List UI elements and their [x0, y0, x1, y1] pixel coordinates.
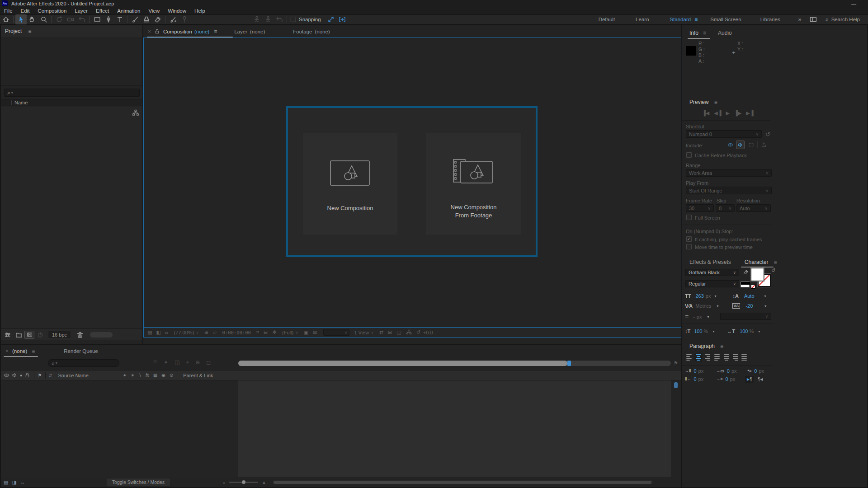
- character-menu-icon[interactable]: ≡: [774, 259, 777, 265]
- shape-tool[interactable]: [91, 14, 103, 24]
- swap-fill-stroke-icon[interactable]: ↺: [771, 267, 775, 273]
- comp-flowchart-icon[interactable]: [406, 329, 412, 335]
- camera-tool[interactable]: [65, 14, 76, 24]
- stroke-width-caret-icon[interactable]: ▾: [707, 315, 709, 319]
- toggle-switches-modes-button[interactable]: Toggle Switches / Modes: [107, 479, 170, 486]
- mask-visibility-icon[interactable]: ▱: [213, 329, 217, 335]
- paragraph-menu-icon[interactable]: ≡: [720, 343, 723, 349]
- timeline-vertical-scrollbar[interactable]: [671, 380, 681, 477]
- new-composition-from-footage-card[interactable]: New Composition From Footage: [426, 133, 521, 235]
- timeline-navigator-handle[interactable]: [567, 361, 571, 366]
- workspace-libraries[interactable]: Libraries: [760, 17, 780, 22]
- fill-color-swatch[interactable]: [751, 268, 764, 281]
- reset-shortcut-icon[interactable]: ↺: [765, 131, 770, 138]
- align-right-button[interactable]: [703, 353, 711, 361]
- zoom-in-mountain-icon[interactable]: ▲: [262, 480, 266, 485]
- view-layout-dropdown[interactable]: ∨: [323, 329, 349, 336]
- stroke-style-dropdown[interactable]: ∨: [720, 313, 771, 320]
- menu-window[interactable]: Window: [164, 7, 190, 14]
- menu-animation[interactable]: Animation: [113, 7, 144, 14]
- workspace-standard-menu-icon[interactable]: ≡: [694, 16, 698, 23]
- expand-transfer-controls-icon[interactable]: ◨: [12, 479, 16, 485]
- text-direction-rtl-button[interactable]: ¶ ◀: [756, 376, 764, 383]
- tab-render-queue[interactable]: Render Queue: [64, 348, 98, 354]
- expand-layer-switches-icon[interactable]: ▤: [4, 479, 8, 485]
- search-help-label[interactable]: Search Help: [831, 17, 860, 22]
- primary-viewer-icon[interactable]: ◧: [156, 329, 160, 335]
- snap-features-icon[interactable]: [337, 14, 348, 24]
- tab-layer[interactable]: Layer (none): [234, 29, 265, 34]
- full-screen-checkbox[interactable]: [686, 215, 692, 220]
- tab-info[interactable]: Info: [689, 30, 698, 36]
- project-item-list[interactable]: [1, 107, 142, 328]
- no-fill-small-swatch[interactable]: [751, 284, 755, 289]
- play-button[interactable]: ▶: [726, 110, 730, 116]
- workspace-standard[interactable]: Standard: [670, 17, 691, 22]
- pan-behind-tool[interactable]: [76, 14, 87, 24]
- indent-left-value[interactable]: 0: [693, 368, 696, 374]
- grid-guides-icon[interactable]: ⊞: [204, 329, 208, 335]
- timeline-navigator-track[interactable]: [238, 361, 671, 366]
- snapshot-icon[interactable]: ⌗: [256, 329, 259, 335]
- workspace-small-screen[interactable]: Small Screen: [710, 17, 741, 22]
- project-flowchart-icon[interactable]: [132, 109, 139, 117]
- lock-icon[interactable]: [154, 28, 160, 34]
- new-folder-icon[interactable]: [13, 330, 24, 340]
- shortcut-dropdown[interactable]: Numpad 0 ∨: [686, 130, 762, 138]
- include-video-icon[interactable]: [727, 142, 733, 148]
- resolution-chevron-icon[interactable]: ∨: [295, 330, 298, 335]
- close-tab-icon[interactable]: ×: [5, 348, 9, 354]
- range-dropdown[interactable]: Work Area ∨: [686, 169, 772, 177]
- vertical-scale-caret-icon[interactable]: ▾: [712, 329, 714, 333]
- new-composition-card[interactable]: New Composition: [303, 133, 397, 235]
- clone-stamp-tool[interactable]: [141, 14, 152, 24]
- tab-none-menu-icon[interactable]: ≡: [32, 348, 35, 354]
- vertical-scrollbar-thumb[interactable]: [674, 382, 678, 388]
- play-from-dropdown[interactable]: Start Of Range ∨: [686, 187, 772, 194]
- tab-composition[interactable]: × Composition (none) ≡: [148, 28, 217, 35]
- resolution-value[interactable]: (Full): [282, 330, 293, 335]
- first-line-indent-value[interactable]: 0: [754, 368, 757, 374]
- stroke-width-value[interactable]: -: [693, 314, 695, 319]
- view-count-chevron-icon[interactable]: ∨: [371, 330, 374, 335]
- kerning-caret-icon[interactable]: ▾: [717, 304, 719, 308]
- roto-brush-tool[interactable]: [167, 14, 179, 24]
- timeline-zoom-slider[interactable]: [229, 482, 258, 483]
- delete-icon[interactable]: [74, 330, 85, 340]
- tab-footage[interactable]: Footage (none): [293, 29, 330, 34]
- info-menu-icon[interactable]: ≡: [703, 30, 706, 36]
- region-of-interest-icon[interactable]: ▣: [304, 329, 308, 335]
- timeline-track-area[interactable]: [238, 380, 671, 477]
- include-audio-button[interactable]: [736, 141, 745, 149]
- timeline-layer-area[interactable]: [1, 380, 681, 477]
- last-frame-button[interactable]: ▶▐: [746, 110, 753, 116]
- minimize-button[interactable]: —: [851, 1, 856, 6]
- include-overlays-icon[interactable]: [748, 142, 754, 148]
- stereo-3d-icon[interactable]: ∞: [165, 330, 169, 335]
- axis-mode-local-icon[interactable]: [251, 14, 262, 24]
- timeline-zoom-slider-handle[interactable]: [242, 480, 245, 484]
- expand-in-out-icon[interactable]: ↔: [20, 479, 25, 485]
- reset-exposure-icon[interactable]: ↺: [416, 329, 420, 335]
- show-channel-icon[interactable]: ❖: [272, 329, 277, 335]
- tab-audio[interactable]: Audio: [718, 30, 732, 36]
- pen-tool[interactable]: [103, 14, 114, 24]
- leading-caret-icon[interactable]: ▾: [764, 294, 766, 298]
- hand-tool[interactable]: [27, 14, 38, 24]
- horizontal-scrollbar-thumb[interactable]: [274, 481, 651, 484]
- font-family-dropdown[interactable]: Gotham Black ∨: [685, 269, 739, 276]
- tab-effects-presets[interactable]: Effects & Presets: [689, 259, 731, 265]
- type-tool[interactable]: [114, 14, 125, 24]
- home-tool[interactable]: [0, 14, 11, 24]
- eraser-tool[interactable]: [152, 14, 163, 24]
- default-fill-stroke-swatch[interactable]: [741, 282, 750, 287]
- align-left-button[interactable]: [685, 353, 693, 361]
- view-count-value[interactable]: 1 View: [354, 330, 369, 335]
- timeline-navigator-bar[interactable]: [238, 361, 567, 366]
- parent-link-column[interactable]: Parent & Link: [183, 373, 213, 378]
- text-direction-ltr-button[interactable]: ▶ ¶: [745, 376, 754, 383]
- font-size-value[interactable]: 263: [695, 293, 703, 299]
- menu-layer[interactable]: Layer: [71, 7, 92, 14]
- menu-effect[interactable]: Effect: [92, 7, 113, 14]
- first-frame-button[interactable]: ▐◀: [702, 110, 709, 116]
